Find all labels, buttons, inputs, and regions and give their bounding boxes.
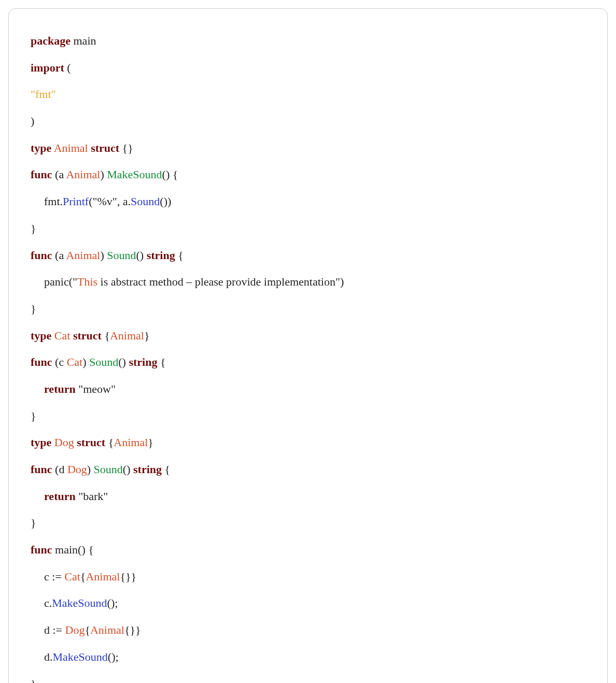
code-line: } [31, 671, 589, 684]
code-line: return "meow" [31, 376, 589, 403]
keyword-type: type [31, 436, 51, 449]
code-line: import ( [31, 54, 589, 81]
keyword-func: func [31, 463, 52, 476]
type-name: Animal [90, 623, 124, 636]
code-line: fmt.Printf("%v", a.Sound()) [31, 188, 589, 215]
code-line: func (c Cat) Sound() string { [31, 349, 589, 376]
identifier: d := [44, 623, 65, 636]
keyword-package: package [31, 34, 71, 47]
code-line: d := Dog{Animal{}} [31, 617, 589, 644]
keyword-return: return [44, 490, 76, 503]
func-call: MakeSound [52, 596, 107, 609]
string-literal: "bark" [78, 490, 108, 503]
code-line: } [31, 215, 589, 242]
func-call: Printf [63, 195, 89, 208]
identifier: panic( [44, 275, 73, 288]
func-name: MakeSound [107, 168, 162, 181]
return-type: string [133, 463, 162, 476]
brace-close: } [31, 677, 36, 684]
brace-close: } [31, 222, 36, 235]
brace-close: } [31, 516, 36, 529]
code-line: } [31, 509, 589, 536]
type-name: Dog [54, 436, 74, 449]
identifier: d. [44, 650, 53, 663]
keyword-type: type [31, 141, 51, 154]
code-line: type Cat struct {Animal} [31, 322, 589, 349]
type-name: Animal [66, 249, 100, 262]
func-call: Sound [131, 195, 160, 208]
keyword-func: func [31, 249, 52, 262]
code-line: d.MakeSound(); [31, 644, 589, 671]
keyword-func: func [31, 543, 52, 556]
type-name: Cat [67, 355, 83, 368]
type-name: Cat [64, 570, 80, 583]
func-name: Sound [94, 463, 123, 476]
identifier: c := [44, 570, 64, 583]
brace-close: } [31, 302, 36, 315]
embedded-type: Animal [114, 436, 148, 449]
type-name: Cat [54, 329, 71, 342]
identifier: main() { [52, 543, 94, 556]
type-name: Animal [54, 141, 88, 154]
brace-close: } [31, 409, 36, 422]
keyword-type: type [31, 329, 51, 342]
code-line: func (d Dog) Sound() string { [31, 456, 589, 483]
code-line: return "bark" [31, 483, 589, 510]
receiver: (a [52, 249, 66, 262]
keyword-struct: struct [77, 436, 105, 449]
keyword-func: func [31, 168, 52, 181]
type-name: Dog [67, 463, 87, 476]
func-name: Sound [89, 355, 118, 368]
keyword-import: import [31, 61, 64, 74]
identifier: main [71, 34, 96, 47]
keyword-struct: struct [91, 141, 119, 154]
keyword-return: return [44, 382, 76, 395]
code-line: func (a Animal) Sound() string { [31, 242, 589, 269]
string-literal: "meow" [78, 382, 116, 395]
func-call: MakeSound [53, 650, 108, 663]
code-line: type Animal struct {} [31, 135, 589, 162]
return-type: string [147, 249, 175, 262]
word-this: This [77, 275, 97, 288]
type-name: Animal [86, 570, 120, 583]
receiver: (a [52, 168, 66, 181]
keyword-func: func [31, 355, 52, 368]
identifier: fmt [44, 195, 60, 208]
code-line: } [31, 295, 589, 322]
embedded-type: Animal [110, 329, 144, 342]
code-line: panic("This is abstract method – please … [31, 268, 589, 295]
string-text: is abstract method – please provide impl… [97, 275, 344, 288]
code-line: c.MakeSound(); [31, 590, 589, 617]
return-type: string [129, 355, 157, 368]
code-line: "fmt" [31, 81, 589, 108]
string-literal: "fmt" [31, 88, 56, 101]
code-block: package main import ( "fmt" ) type Anima… [8, 8, 608, 683]
punct: ( [64, 61, 71, 74]
punct: ) [31, 115, 34, 127]
code-line: c := Cat{Animal{}} [31, 563, 589, 590]
code-line: package main [31, 27, 589, 54]
code-line: } [31, 403, 589, 430]
identifier: c. [44, 596, 52, 609]
receiver: (c [52, 355, 67, 368]
func-name: Sound [107, 249, 136, 262]
string-literal: "%v" [93, 195, 117, 208]
keyword-struct: struct [73, 329, 102, 342]
code-line: func (a Animal) MakeSound() { [31, 161, 589, 188]
punct: () { [162, 168, 178, 181]
code-line: type Dog struct {Animal} [31, 429, 589, 456]
type-name: Animal [66, 168, 100, 181]
code-line: func main() { [31, 536, 589, 563]
braces: {} [119, 141, 133, 154]
receiver: (d [52, 463, 67, 476]
type-name: Dog [65, 623, 85, 636]
code-line: ) [31, 108, 589, 135]
